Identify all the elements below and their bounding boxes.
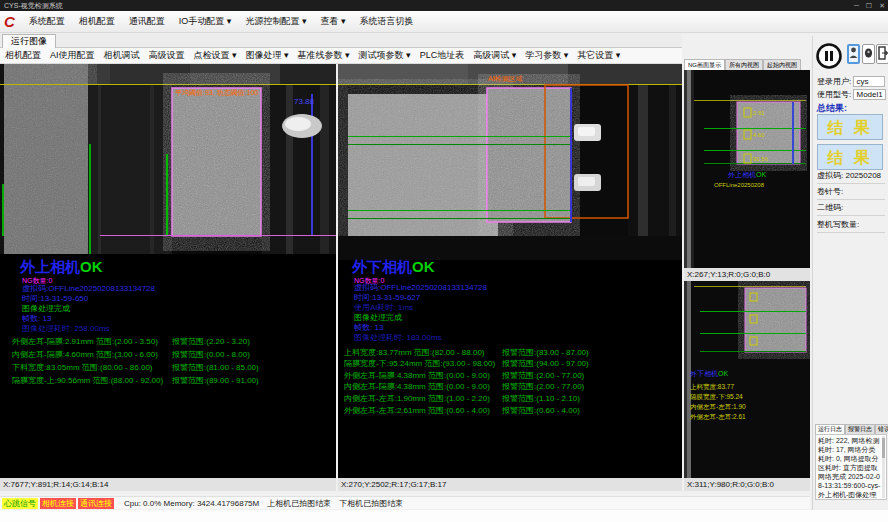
measure-blue-line — [570, 88, 572, 222]
tab-alarm-log[interactable]: 报警日志 — [845, 424, 875, 434]
alarm-range: 报警范围:(1.10 - 2.10) — [502, 393, 580, 404]
measurement-row: 上料宽度:83.77mm 范围:(82.00 - 88.00) — [344, 347, 485, 358]
menu-item-language[interactable]: 系统语言切换 — [352, 15, 420, 28]
close-button[interactable]: ✕ — [879, 0, 885, 11]
tool-ai-config[interactable]: AI使用配置 — [50, 49, 95, 62]
measurement-row: 内侧左耳-左耳:1.90mm 范围:(1.00 - 2.20) — [344, 393, 490, 404]
model-row: 使用型号: Model1 — [817, 89, 886, 100]
tool-spot-check[interactable]: 点检设置 ▾ — [194, 49, 237, 62]
tab-error-log[interactable]: 错误日志 — [875, 424, 888, 434]
alarm-range: 报警范围:(94.00 - 97.00) — [502, 358, 589, 369]
minimize-button[interactable]: ─ — [854, 0, 859, 11]
measurement-row: 下料宽度:83.05mm 范围:(80.00 - 86.00) — [12, 362, 153, 373]
log-text-area[interactable]: 耗时: 222, 网络检测耗时: 17, 网络分类耗时: 0, 网络提取分区耗时… — [815, 434, 887, 500]
mini-code-text: OFFLine20250208 — [714, 182, 765, 188]
marker-value: 90.56 — [753, 156, 769, 162]
tool-test-params[interactable]: 测试项参数 ▾ — [359, 49, 411, 62]
virtual-code-field: 虚拟码: 20250208 — [817, 170, 885, 184]
menu-item-system-config[interactable]: 系统配置 — [22, 15, 72, 28]
mini-measure-line: 内侧左耳-左耳:1.90 — [690, 403, 746, 411]
right-bottom-coords-bar: X:311;Y:980;R:0;G:0;B:0 — [684, 478, 810, 491]
left-ok-status: OK — [80, 258, 103, 275]
roi-rect — [172, 88, 261, 236]
model-label: 使用型号: — [817, 90, 851, 99]
middle-ok-status: OK — [412, 258, 435, 275]
qr-code-field[interactable]: 二维码: — [817, 202, 885, 216]
lock-button[interactable] — [862, 44, 875, 64]
menu-item-light-control[interactable]: 光源控制配置 ▾ — [238, 15, 313, 28]
left-result-title: 外上相机OK — [20, 258, 103, 277]
user-icon — [849, 46, 858, 60]
measure-blue-line — [311, 94, 313, 236]
tool-advanced-settings[interactable]: 高级设置 — [149, 49, 185, 62]
tab-all-view[interactable]: 所有内视图 — [725, 59, 763, 70]
tool-advanced-debug[interactable]: 高级调试 ▾ — [473, 49, 516, 62]
tool-image-process[interactable]: 图像处理 ▾ — [246, 49, 289, 62]
tab-ng-display[interactable]: NG画面显示 — [684, 59, 725, 70]
measurement-row: 外侧左耳-隔膜:4.38mm 范围:(0.00 - 9.00) — [344, 370, 490, 381]
right-top-camera-image[interactable]: 2.91 4.60 90.56 外上相机OK OFFLine20250208 — [684, 70, 810, 268]
right-top-coords-bar: X:267;Y:13;R:0;G:0;B:0 — [684, 268, 810, 281]
left-coords-bar: X:7677;Y:891;R:14;G:14;B:14 — [0, 478, 336, 491]
window-title: CYS-视觉检测系统 — [4, 2, 63, 9]
model-field[interactable]: Model1 — [853, 89, 885, 100]
alarm-range: 报警范围:(0.60 - 4.00) — [502, 405, 580, 416]
alarm-range: 报警范围:(89.00 - 91.00) — [172, 375, 259, 386]
baseline-yellow-line — [0, 84, 336, 85]
alarm-range: 报警范围:(83.00 - 87.00) — [502, 347, 589, 358]
menu-item-io-manual[interactable]: IO手动配置 ▾ — [172, 15, 239, 28]
login-user-row: 登录用户: cys — [817, 76, 885, 87]
measurement-row: 隔膜宽度-上:90.56mm 范围:(88.00 - 92.00) — [12, 375, 163, 386]
baseline-yellow-line — [338, 84, 682, 85]
ai-overlay-text: AI检测区域 — [488, 75, 523, 83]
needle-number-field[interactable]: 卷针号: — [817, 186, 885, 200]
heartbeat-badge: 心跳信号 — [2, 498, 38, 509]
middle-camera-image[interactable]: AI检测区域 — [338, 64, 682, 260]
marker-value: 2.91 — [753, 110, 765, 116]
pause-button[interactable] — [815, 42, 843, 70]
app-window: CYS-视觉检测系统 ─ ☐ ✕ C 系统配置 相机配置 通讯配置 IO手动配置… — [0, 0, 888, 522]
control-panel: 登录用户: cys 使用型号: Model1 总结果: 结 果 结 果 虚拟码:… — [812, 36, 888, 510]
user-button[interactable] — [847, 44, 860, 64]
tool-learn-params[interactable]: 学习参数 ▾ — [525, 49, 568, 62]
tab-run-image[interactable]: 运行图像 — [2, 34, 56, 48]
exit-button[interactable] — [876, 44, 888, 64]
login-user-label: 登录用户: — [817, 77, 851, 86]
tool-other-settings[interactable]: 其它设置 ▾ — [577, 49, 620, 62]
mini-camera-label: 外下相机OK — [690, 370, 728, 378]
threshold-overlay-text: 平均阈值:93, 动态阈值:100 — [175, 89, 258, 97]
right-bottom-camera-image[interactable]: 外下相机OK 上料宽度:83.77 隔膜宽度-下:95.24 内侧左耳-左耳:1… — [684, 281, 810, 478]
tool-camera-debug[interactable]: 相机调试 — [104, 49, 140, 62]
toolbar: 相机配置 AI使用配置 相机调试 高级设置 点检设置 ▾ 图像处理 ▾ 基准线参… — [0, 48, 682, 64]
cpu-memory-text: Cpu: 0.0% Memory: 3424.41796875M — [124, 499, 259, 508]
write-count-field[interactable]: 整机写数量: — [817, 219, 885, 233]
login-user-field[interactable]: cys — [853, 76, 885, 87]
result-box-1: 结 果 — [817, 114, 883, 140]
alarm-range: 报警范围:(2.00 - 77.00) — [502, 381, 584, 392]
menu-item-comm-config[interactable]: 通讯配置 — [122, 15, 172, 28]
tool-camera-config[interactable]: 相机配置 — [5, 49, 41, 62]
alarm-range: 报警范围:(81.00 - 85.00) — [172, 362, 259, 373]
alarm-range: 报警范围:(2.20 - 3.20) — [172, 336, 250, 347]
tool-plc-table[interactable]: PLC地址表 — [420, 49, 465, 62]
log-scrollbar-thumb[interactable] — [882, 438, 885, 458]
mini-camera-label: 外上相机OK — [728, 171, 766, 179]
log-tabs: 运行日志 报警日志 错误日志 — [815, 424, 887, 434]
right-view-tabs: NG画面显示 所有内视图 起始内视图 — [684, 58, 810, 70]
status-bar: 心跳信号 相机连接 通讯连接 Cpu: 0.0% Memory: 3424.41… — [0, 496, 810, 509]
tool-baseline-params[interactable]: 基准线参数 ▾ — [298, 49, 350, 62]
left-camera-image[interactable]: 平均阈值:93, 动态阈值:100 73.88 — [0, 64, 336, 254]
mini-measure-line: 隔膜宽度-下:95.24 — [690, 393, 743, 401]
left-elapsed: 图像处理耗时: 258.00ms — [22, 323, 110, 334]
lower-camera-status: 下相机已拍图结束 — [339, 498, 403, 509]
roi-rect — [737, 102, 800, 164]
tab-run-log[interactable]: 运行日志 — [815, 424, 845, 434]
menu-item-camera-config[interactable]: 相机配置 — [72, 15, 122, 28]
app-logo: C — [4, 13, 15, 30]
measurement-row: 外侧左耳-隔膜:2.91mm 范围:(2.00 - 3.50) — [12, 336, 158, 347]
pause-icon — [818, 45, 841, 68]
menu-item-view[interactable]: 查看 ▾ — [313, 15, 352, 28]
tab-start-view[interactable]: 起始内视图 — [763, 59, 801, 70]
maximize-button[interactable]: ☐ — [866, 0, 872, 11]
comm-connect-badge: 通讯连接 — [78, 498, 114, 509]
